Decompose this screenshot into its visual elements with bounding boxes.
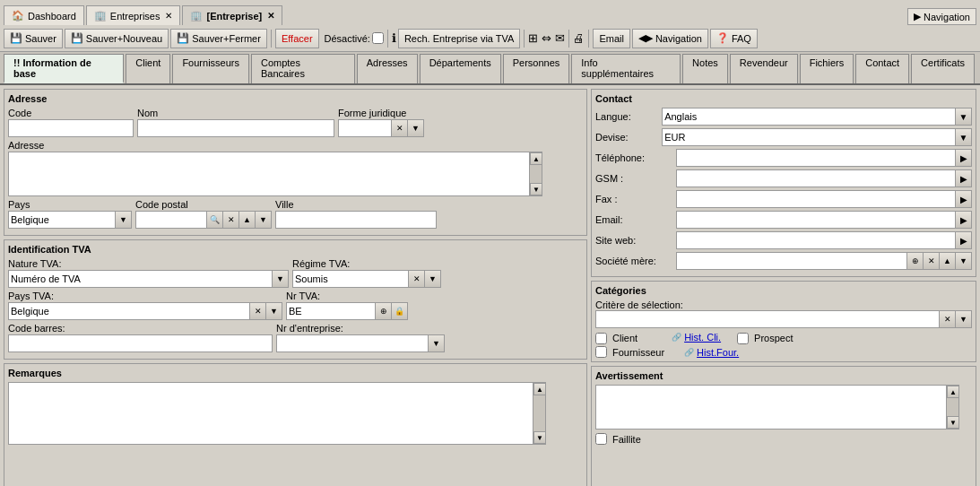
- societe-mere-btn2[interactable]: ✕: [924, 252, 940, 270]
- pays-tva-wrap: ✕ ▼: [8, 302, 282, 320]
- fournisseur-checkbox[interactable]: [595, 346, 607, 358]
- remarques-scroll-down[interactable]: ▼: [533, 431, 546, 444]
- tab-entreprise[interactable]: 🏢 [Entreprise] ✕: [182, 5, 282, 25]
- tab-info-base[interactable]: !! Information de base: [4, 54, 124, 83]
- tab-notes[interactable]: Notes: [682, 54, 728, 83]
- hist-four-row: 🔗 Hist.Four.: [684, 346, 739, 358]
- contact-section: Contact Langue: Anglais ▼ Devise: EUR: [591, 89, 976, 277]
- save-new-button[interactable]: 💾 Sauver+Nouveau: [65, 29, 169, 48]
- prospect-checkbox[interactable]: [737, 333, 749, 344]
- telephone-input[interactable]: [676, 149, 956, 167]
- gsm-input[interactable]: [676, 169, 956, 187]
- pays-dropdown-btn[interactable]: ▼: [116, 211, 132, 229]
- ville-input[interactable]: [275, 211, 437, 229]
- email-btn[interactable]: ▶: [956, 211, 972, 229]
- pays-select[interactable]: Belgique: [8, 211, 116, 229]
- search-tva-button[interactable]: Rech. Entreprise via TVA: [398, 29, 520, 48]
- regime-tva-field: Régime TVA: ✕ ▼: [292, 258, 441, 288]
- code-postal-input[interactable]: [135, 211, 207, 229]
- telephone-btn[interactable]: ▶: [956, 149, 972, 167]
- devise-select[interactable]: EUR: [662, 128, 956, 146]
- tab-info-sup[interactable]: Info supplémentaires: [571, 54, 681, 83]
- critere-input[interactable]: [595, 310, 940, 328]
- faq-icon: ❓: [716, 32, 729, 44]
- code-postal-clear-btn[interactable]: ✕: [223, 211, 239, 229]
- nr-entreprise-input[interactable]: [276, 334, 429, 352]
- nr-entreprise-arrow[interactable]: ▼: [429, 334, 445, 352]
- code-postal-search-btn[interactable]: 🔍: [207, 211, 223, 229]
- fax-btn[interactable]: ▶: [956, 190, 972, 208]
- regime-tva-arrow[interactable]: ▼: [425, 270, 441, 288]
- sep2: [387, 30, 388, 48]
- hist-four-link[interactable]: Hist.Four.: [697, 347, 739, 358]
- tab-fournisseurs[interactable]: Fournisseurs: [172, 54, 249, 83]
- tab-entreprises-close[interactable]: ✕: [165, 11, 172, 21]
- adresse-textarea[interactable]: [8, 152, 530, 196]
- tab-personnes[interactable]: Personnes: [503, 54, 570, 83]
- code-postal-down-btn[interactable]: ▼: [256, 211, 272, 229]
- langue-select[interactable]: Anglais: [662, 108, 956, 126]
- nr-tva-btn1[interactable]: ⊕: [376, 302, 392, 320]
- email-button[interactable]: Email: [593, 29, 630, 48]
- gsm-btn[interactable]: ▶: [956, 169, 972, 187]
- nr-tva-btn2[interactable]: 🔒: [392, 302, 408, 320]
- faq-button[interactable]: ❓ FAQ: [710, 29, 758, 48]
- regime-tva-clear[interactable]: ✕: [409, 270, 425, 288]
- critere-arrow[interactable]: ▼: [956, 310, 972, 328]
- code-input[interactable]: [8, 119, 134, 137]
- save-icon: 💾: [10, 32, 22, 44]
- avertissement-scroll-up[interactable]: ▲: [947, 386, 959, 398]
- critere-clear[interactable]: ✕: [940, 310, 956, 328]
- nature-tva-select[interactable]: Numéro de TVA: [8, 270, 273, 288]
- avertissement-scroll-down[interactable]: ▼: [947, 416, 959, 429]
- pays-tva-arrow[interactable]: ▼: [266, 302, 282, 320]
- remarques-textarea[interactable]: [8, 382, 533, 445]
- hist-cli-link[interactable]: Hist. Cli.: [684, 332, 721, 343]
- code-postal-up-btn[interactable]: ▲: [239, 211, 256, 229]
- societe-mere-btn1[interactable]: ⊕: [907, 252, 924, 270]
- tab-fichiers[interactable]: Fichiers: [800, 54, 854, 83]
- regime-tva-input[interactable]: [292, 270, 409, 288]
- societe-mere-btn3[interactable]: ▲: [940, 252, 956, 270]
- langue-arrow[interactable]: ▼: [956, 108, 972, 126]
- forme-juridique-clear-btn[interactable]: ✕: [392, 119, 408, 137]
- save-close-button[interactable]: 💾 Sauver+Fermer: [170, 29, 267, 48]
- tab-entreprises[interactable]: 🏢 Entreprises ✕: [86, 5, 181, 25]
- delete-button[interactable]: Effacer: [275, 29, 319, 48]
- forme-juridique-dropdown-btn[interactable]: ▼: [408, 119, 424, 137]
- tab-adresses[interactable]: Adresses: [357, 54, 418, 83]
- adresse-scroll-up[interactable]: ▲: [530, 152, 542, 165]
- societe-mere-input[interactable]: [676, 252, 907, 270]
- pays-tva-clear[interactable]: ✕: [250, 302, 266, 320]
- avertissement-textarea[interactable]: [595, 385, 947, 430]
- save-button[interactable]: 💾 Sauver: [4, 29, 63, 48]
- pays-tva-input[interactable]: [8, 302, 250, 320]
- client-checkbox[interactable]: [595, 333, 607, 344]
- tab-certificats[interactable]: Certificats: [911, 54, 975, 83]
- fax-input[interactable]: [676, 190, 956, 208]
- devise-arrow[interactable]: ▼: [956, 128, 972, 146]
- adresse-scroll-down[interactable]: ▼: [530, 183, 542, 195]
- forme-juridique-input[interactable]: [338, 119, 392, 137]
- navigation-button[interactable]: ◀▶ Navigation: [632, 29, 708, 48]
- tab-client[interactable]: Client: [126, 54, 170, 83]
- nr-tva-input[interactable]: [286, 302, 376, 320]
- tab-departements[interactable]: Départements: [420, 54, 501, 83]
- nom-input[interactable]: [137, 119, 334, 137]
- tab-contact[interactable]: Contact: [855, 54, 909, 83]
- societe-mere-btn4[interactable]: ▼: [956, 252, 972, 270]
- remarques-scroll-up[interactable]: ▲: [533, 383, 546, 395]
- email-input[interactable]: [676, 211, 956, 229]
- tab-revendeur[interactable]: Revendeur: [730, 54, 798, 83]
- faillite-checkbox[interactable]: [595, 433, 607, 445]
- desactive-checkbox[interactable]: [372, 32, 384, 44]
- tab-comptes-bancaires[interactable]: Comptes Bancaires: [251, 54, 355, 83]
- site-web-btn[interactable]: ▶: [956, 231, 972, 249]
- tab-dashboard[interactable]: 🏠 Dashboard: [4, 5, 84, 25]
- nature-tva-arrow[interactable]: ▼: [273, 270, 289, 288]
- code-barres-input[interactable]: [8, 334, 273, 352]
- site-web-input[interactable]: [676, 231, 956, 249]
- tab-entreprise-close[interactable]: ✕: [267, 11, 274, 21]
- side-nav-button[interactable]: ▶ Navigation: [907, 8, 976, 25]
- telephone-row: Téléphone: ▶: [595, 149, 972, 167]
